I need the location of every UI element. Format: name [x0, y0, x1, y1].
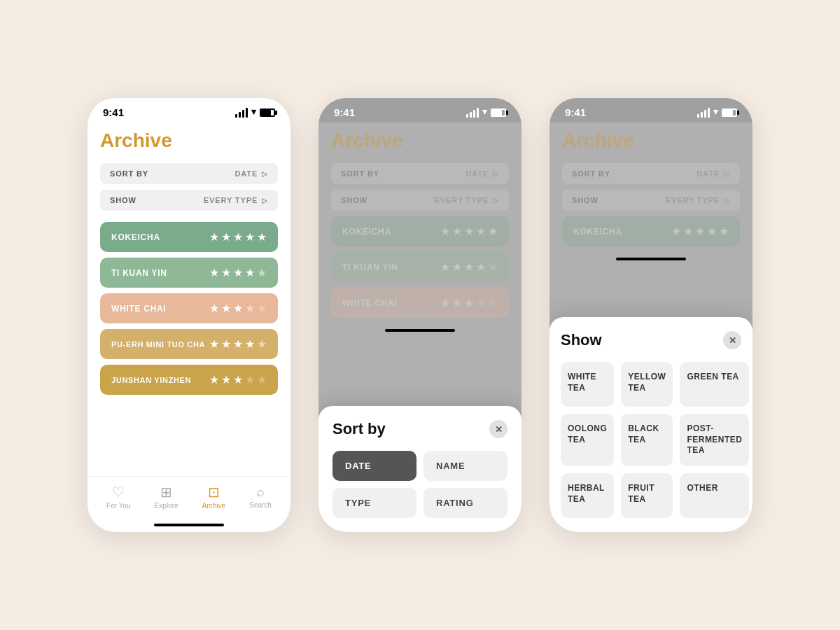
- sort-arrow-3: ▷: [724, 170, 730, 178]
- show-option-post-fermented-tea[interactable]: POST-FERMENTED TEA: [680, 414, 749, 466]
- phone-screen-2: 9:41 ▾ Archive SORT BY DATE ▷: [318, 98, 522, 532]
- show-type-1: EVERY TYPE: [204, 196, 258, 204]
- page-title-3: Archive: [562, 130, 740, 152]
- time-2: 9:41: [334, 106, 355, 118]
- tea-stars-dim2: ★★★★★: [440, 260, 498, 274]
- show-option-yellow-tea[interactable]: YELLOW TEA: [621, 362, 673, 407]
- tea-item-junshan[interactable]: JUNSHAN YINZHEN ★ ★ ★ ★ ★: [100, 365, 278, 395]
- sort-by-row-2: SORT BY DATE ▷: [331, 163, 509, 184]
- show-option-green-tea[interactable]: GREEN TEA: [680, 362, 749, 407]
- tea-name-dim-kokeicha: KOKEICHA: [342, 227, 391, 237]
- status-icons-2: ▾: [466, 108, 506, 118]
- star: ★: [221, 302, 231, 315]
- show-modal-title: Show: [561, 331, 602, 349]
- tea-stars-whitechai: ★ ★ ★ ★ ★: [209, 302, 267, 315]
- star: ★: [209, 230, 219, 244]
- star: ★: [233, 230, 243, 244]
- star: ★: [440, 225, 450, 238]
- tea-dim-tikuanyin: TI KUAN YIN ★★★★★: [331, 252, 509, 282]
- star: ★: [488, 296, 498, 309]
- home-indicator-3: [616, 258, 686, 260]
- star: ★: [488, 260, 498, 274]
- status-bar-1: 9:41 ▾: [88, 98, 290, 122]
- sort-option-date[interactable]: DATE: [332, 451, 416, 481]
- tea-item-kokeicha[interactable]: KOKEICHA ★ ★ ★ ★ ★: [100, 222, 278, 252]
- signal-icon-2: [466, 108, 479, 118]
- tea-dim3-kokeicha: KOKEICHA ★★★★★: [562, 216, 740, 246]
- star: ★: [245, 302, 255, 315]
- tea-item-whitechai[interactable]: WHITE CHAI ★ ★ ★ ★ ★: [100, 293, 278, 323]
- show-option-fruit-tea[interactable]: FRUIT TEA: [621, 473, 673, 518]
- show-value-1: EVERY TYPE ▷: [204, 196, 268, 204]
- star: ★: [257, 230, 267, 244]
- star: ★: [464, 296, 474, 309]
- screens-container: 9:41 ▾ Archive SORT BY DATE ▷: [59, 56, 780, 574]
- tea-stars-tikuanyin: ★ ★ ★ ★ ★: [209, 266, 267, 279]
- show-options-grid: WHITE TEA YELLOW TEA GREEN TEA OOLONG TE…: [561, 362, 741, 518]
- show-label-2: SHOW: [341, 196, 368, 204]
- show-option-herbal-tea[interactable]: HERBAL TEA: [561, 473, 614, 518]
- show-label-3: SHOW: [572, 196, 598, 204]
- show-arrow-3: ▷: [724, 197, 730, 204]
- star: ★: [476, 225, 486, 238]
- star: ★: [452, 225, 462, 238]
- star: ★: [209, 373, 219, 386]
- show-arrow-2: ▷: [493, 197, 499, 204]
- star: ★: [233, 266, 243, 279]
- show-label-1: SHOW: [110, 196, 136, 204]
- stars-dim3: ★★★★★: [671, 225, 729, 238]
- page-title-1: Archive: [100, 130, 278, 152]
- sort-option-type[interactable]: TYPE: [332, 488, 416, 518]
- heart-icon: ♡: [112, 484, 125, 500]
- show-row-1[interactable]: SHOW EVERY TYPE ▷: [100, 190, 278, 211]
- star: ★: [452, 296, 462, 309]
- status-bar-2: 9:41 ▾: [318, 98, 522, 122]
- time-1: 9:41: [103, 106, 124, 118]
- show-option-black-tea[interactable]: BLACK TEA: [621, 414, 673, 466]
- star: ★: [452, 260, 462, 274]
- show-row-2: SHOW EVERY TYPE ▷: [331, 190, 509, 211]
- show-option-other[interactable]: OTHER: [680, 473, 749, 518]
- nav-archive[interactable]: ⊡ Archive: [202, 484, 225, 510]
- nav-search[interactable]: ⌕ Search: [249, 484, 272, 510]
- tea-name-tikuanyin: TI KUAN YIN: [111, 268, 167, 278]
- star: ★: [440, 296, 450, 309]
- nav-for-you[interactable]: ♡ For You: [106, 484, 130, 510]
- sort-label-3: SORT BY: [572, 169, 610, 178]
- sort-option-rating[interactable]: RATING: [424, 488, 507, 518]
- sort-by-row-3: SORT BY DATE ▷: [562, 163, 740, 184]
- tea-item-tikuanyin[interactable]: TI KUAN YIN ★ ★ ★ ★ ★: [100, 258, 278, 288]
- sort-option-name[interactable]: NAME: [424, 451, 507, 481]
- show-option-oolong-tea[interactable]: OOLONG TEA: [561, 414, 614, 466]
- phone-screen-1: 9:41 ▾ Archive SORT BY DATE ▷: [88, 98, 290, 532]
- star: ★: [233, 373, 243, 386]
- grid-icon: ⊞: [160, 484, 172, 500]
- status-icons-1: ▾: [235, 108, 275, 118]
- star: ★: [209, 337, 219, 351]
- tea-name-dim-whitechai: WHITE CHAI: [342, 298, 398, 308]
- nav-explore[interactable]: ⊞ Explore: [155, 484, 178, 510]
- battery-icon-1: [260, 108, 275, 117]
- sort-modal-header: Sort by ✕: [332, 420, 507, 438]
- status-icons-3: ▾: [697, 108, 737, 118]
- nav-label-foryou: For You: [106, 502, 130, 510]
- star: ★: [695, 225, 705, 238]
- phone-content-1: Archive SORT BY DATE ▷ SHOW EVERY TYPE ▷…: [88, 122, 290, 476]
- sort-by-date-1: DATE: [234, 169, 258, 178]
- bottom-nav-1: ♡ For You ⊞ Explore ⊡ Archive ⌕ Search: [88, 476, 290, 519]
- time-3: 9:41: [565, 106, 586, 118]
- tea-name-dim3: KOKEICHA: [573, 227, 622, 237]
- nav-label-search: Search: [249, 501, 272, 509]
- tea-item-puerh[interactable]: PU-ERH MINI TUO CHA ★ ★ ★ ★ ★: [100, 329, 278, 359]
- signal-icon-1: [235, 108, 248, 118]
- show-modal-close[interactable]: ✕: [723, 331, 741, 349]
- nav-label-archive: Archive: [202, 502, 225, 510]
- sort-modal-close[interactable]: ✕: [489, 420, 507, 438]
- wifi-icon-2: ▾: [482, 106, 487, 117]
- star: ★: [257, 373, 267, 386]
- sort-by-row-1[interactable]: SORT BY DATE ▷: [100, 163, 278, 184]
- star: ★: [221, 266, 231, 279]
- show-option-white-tea[interactable]: WHITE TEA: [561, 362, 614, 407]
- tea-stars-dim: ★★★★★: [440, 225, 498, 238]
- star: ★: [257, 302, 267, 315]
